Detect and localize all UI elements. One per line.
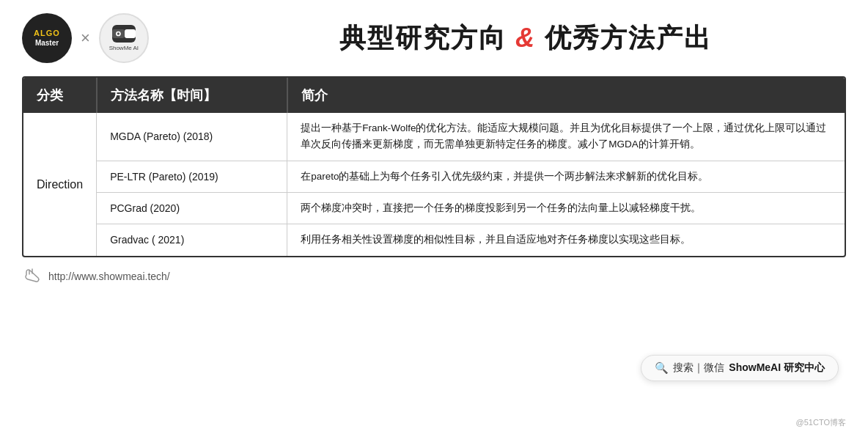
col-header-method: 方法名称【时间】: [97, 78, 287, 113]
wechat-brand: ShowMeAI 研究中心: [729, 361, 825, 375]
table-header-row: 分类 方法名称【时间】 简介: [23, 78, 845, 113]
logo-area: ALGO Master × ShowMe AI: [22, 13, 213, 63]
table-row: PCGrad (2020) 两个梯度冲突时，直接把一个任务的梯度投影到另一个任务…: [23, 192, 845, 224]
method-cell-1: MGDA (Pareto) (2018): [97, 113, 287, 161]
header: ALGO Master × ShowMe AI 典型研究方向 & 优秀方: [0, 0, 868, 76]
footer: http://www.showmeai.tech/: [0, 260, 868, 293]
desc-cell-4: 利用任务相关性设置梯度的相似性目标，并且自适应地对齐任务梯度以实现这些目标。: [287, 224, 845, 256]
desc-cell-3: 两个梯度冲突时，直接把一个任务的梯度投影到另一个任务的法向量上以减轻梯度干扰。: [287, 192, 845, 224]
main-table: 分类 方法名称【时间】 简介 Direction MGDA (Pareto) (…: [23, 78, 845, 256]
desc-cell-1: 提出一种基于Frank-Wolfe的优化方法。能适应大规模问题。并且为优化目标提…: [287, 113, 845, 161]
algo-text: ALGO: [34, 29, 60, 38]
showme-label-text: ShowMe AI: [109, 45, 139, 52]
wechat-search-label: 搜索｜微信: [673, 361, 724, 375]
desc-cell-2: 在pareto的基础上为每个任务引入优先级约束，并提供一个两步解法来求解新的优化…: [287, 161, 845, 192]
wechat-search-box[interactable]: 🔍 搜索｜微信 ShowMeAI 研究中心: [641, 355, 839, 381]
algo-logo: ALGO Master: [22, 13, 72, 63]
method-cell-4: Gradvac ( 2021): [97, 224, 287, 256]
cross-symbol: ×: [81, 29, 90, 48]
page-title: 典型研究方向 & 优秀方法产出: [213, 21, 839, 56]
showme-icon: [112, 25, 136, 43]
method-cell-2: PE-LTR (Pareto) (2019): [97, 161, 287, 192]
table-container: 分类 方法名称【时间】 简介 Direction MGDA (Pareto) (…: [22, 76, 846, 257]
col-header-category: 分类: [23, 78, 97, 113]
svg-point-2: [117, 32, 119, 34]
footer-url: http://www.showmeai.tech/: [48, 271, 170, 282]
search-icon: 🔍: [655, 361, 669, 375]
table-row: Direction MGDA (Pareto) (2018) 提出一种基于Fra…: [23, 113, 845, 161]
category-direction: Direction: [23, 113, 97, 256]
watermark: @51CTO博客: [796, 417, 846, 428]
footer-logo-icon: [22, 266, 43, 287]
col-header-desc: 简介: [287, 78, 845, 113]
table-row: PE-LTR (Pareto) (2019) 在pareto的基础上为每个任务引…: [23, 161, 845, 192]
master-text: Master: [35, 39, 59, 48]
page-container: ALGO Master × ShowMe AI 典型研究方向 & 优秀方: [0, 0, 868, 434]
table-row: Gradvac ( 2021) 利用任务相关性设置梯度的相似性目标，并且自适应地…: [23, 224, 845, 256]
showme-logo: ShowMe AI: [99, 13, 149, 63]
page-title-area: 典型研究方向 & 优秀方法产出: [213, 21, 839, 56]
method-cell-3: PCGrad (2020): [97, 192, 287, 224]
